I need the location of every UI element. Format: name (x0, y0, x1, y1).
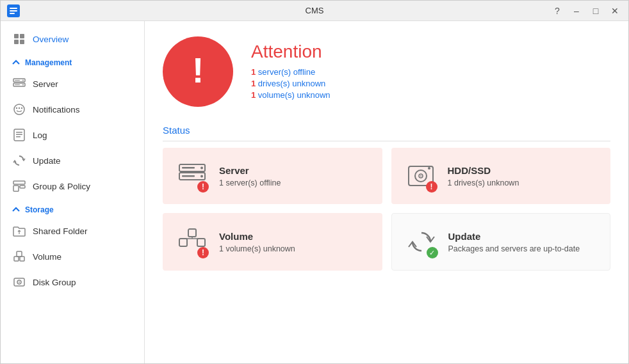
svg-rect-26 (14, 257, 19, 261)
status-card-update[interactable]: ✓ Update Packages and servers are up-to-… (391, 213, 611, 271)
svg-rect-1 (10, 8, 17, 9)
minimize-button[interactable]: – (569, 4, 584, 18)
svg-rect-19 (16, 132, 22, 133)
sidebar-label-log: Log (33, 131, 47, 140)
attention-item-2: 1 volume(s) unknown (251, 90, 331, 100)
volume-card-desc: 1 volume(s) unknown (219, 244, 295, 253)
svg-rect-13 (15, 84, 20, 85)
sidebar-item-overview[interactable]: Overview (1, 26, 144, 52)
svg-rect-3 (10, 13, 15, 14)
help-button[interactable]: ? (550, 4, 564, 18)
sidebar-item-shared-folder[interactable]: Shared Folder (1, 218, 144, 244)
overview-icon (12, 32, 26, 46)
sidebar-label-group-policy: Group & Policy (33, 182, 90, 191)
hdd-status-icon: ! (404, 159, 437, 193)
update-status-icon: ✓ (405, 225, 438, 258)
update-card-title: Update (448, 231, 580, 242)
sidebar-section-management: Management (1, 52, 144, 71)
volume-status-icon: ! (176, 225, 209, 258)
status-card-server[interactable]: ! Server 1 server(s) offline (163, 148, 382, 204)
update-card-desc: Packages and servers are up-to-date (448, 244, 580, 253)
sidebar-label-server: Server (33, 79, 58, 89)
svg-point-14 (14, 104, 24, 115)
svg-rect-27 (20, 257, 24, 261)
attention-icon: ! (163, 36, 233, 107)
svg-rect-44 (197, 239, 205, 246)
sidebar-label-disk-group: Disk Group (33, 278, 76, 287)
main-layout: Overview Management Server (1, 21, 628, 363)
server-card-title: Server (219, 165, 281, 176)
svg-rect-24 (20, 186, 25, 188)
shared-folder-icon (12, 224, 26, 238)
svg-rect-20 (16, 134, 22, 136)
volume-icon (12, 249, 26, 264)
svg-point-41 (428, 167, 430, 170)
ok-badge-update: ✓ (427, 247, 438, 258)
content-area: ! Attention 1 server(s) offline 1 drives… (145, 21, 628, 363)
titlebar-left (7, 4, 20, 17)
sidebar-item-log[interactable]: Log (1, 122, 144, 148)
server-card-desc: 1 server(s) offline (219, 178, 281, 187)
storage-section-label: Storage (25, 205, 54, 214)
svg-rect-36 (182, 175, 195, 177)
status-card-volume[interactable]: ! Volume 1 volume(s) unknown (163, 213, 382, 271)
svg-rect-23 (13, 186, 19, 191)
sidebar-item-update[interactable]: Update (1, 148, 144, 173)
attention-section: ! Attention 1 server(s) offline 1 drives… (163, 36, 610, 107)
sidebar-item-volume[interactable]: Volume (1, 244, 144, 269)
attention-text: Attention 1 server(s) offline 1 drives(s… (251, 42, 331, 102)
status-section-title: Status (163, 125, 610, 141)
svg-rect-22 (13, 181, 25, 184)
sidebar-item-group-policy[interactable]: Group & Policy (1, 173, 144, 199)
svg-point-11 (22, 84, 24, 86)
svg-rect-5 (20, 34, 24, 38)
status-card-hdd[interactable]: ! HDD/SSD 1 drives(s) unknown (391, 148, 611, 204)
volume-card-title: Volume (219, 231, 295, 242)
hdd-card-title: HDD/SSD (448, 165, 519, 176)
svg-rect-25 (17, 251, 22, 257)
maximize-button[interactable]: □ (589, 4, 603, 18)
sidebar-label-update: Update (33, 156, 61, 166)
hdd-card-desc: 1 drives(s) unknown (448, 178, 519, 187)
sidebar-item-server[interactable]: Server (1, 71, 144, 97)
server-icon (12, 77, 26, 91)
sidebar-item-disk-group[interactable]: Disk Group (1, 269, 144, 295)
svg-rect-12 (15, 80, 20, 81)
svg-point-30 (19, 281, 20, 283)
sidebar-label-notifications: Notifications (33, 105, 80, 115)
svg-rect-6 (14, 40, 19, 44)
svg-point-10 (22, 80, 24, 81)
attention-item-0: 1 server(s) offline (251, 67, 331, 77)
status-grid: ! Server 1 server(s) offline (163, 148, 610, 271)
chevron-up-icon (12, 59, 20, 67)
chevron-up-icon-storage (12, 206, 20, 214)
close-button[interactable]: ✕ (608, 4, 622, 18)
sidebar-section-storage: Storage (1, 199, 144, 218)
svg-rect-35 (182, 167, 195, 169)
sidebar-item-notifications[interactable]: Notifications (1, 97, 144, 122)
attention-title: Attention (251, 42, 331, 62)
server-card-text: Server 1 server(s) offline (219, 165, 281, 187)
sidebar-label-overview: Overview (33, 35, 69, 44)
error-badge-server: ! (197, 181, 209, 193)
svg-point-17 (21, 107, 22, 109)
sidebar-label-volume: Volume (33, 252, 61, 262)
hdd-card-text: HDD/SSD 1 drives(s) unknown (448, 165, 519, 187)
error-badge-hdd: ! (426, 181, 437, 193)
management-section-label: Management (25, 58, 72, 67)
svg-rect-2 (10, 10, 17, 12)
attention-item-1: 1 drives(s) unknown (251, 79, 331, 88)
svg-point-34 (200, 175, 203, 178)
app-icon (7, 4, 20, 17)
notifications-icon (12, 102, 26, 116)
svg-rect-7 (20, 40, 24, 44)
sidebar-label-shared-folder: Shared Folder (33, 226, 88, 236)
svg-point-15 (16, 107, 17, 109)
svg-point-33 (200, 167, 203, 170)
window-title: CMS (306, 6, 324, 15)
svg-point-16 (19, 107, 20, 109)
volume-card-text: Volume 1 volume(s) unknown (219, 231, 295, 253)
svg-rect-42 (188, 229, 196, 237)
window-controls: ? – □ ✕ (550, 4, 622, 18)
sidebar: Overview Management Server (1, 21, 145, 363)
